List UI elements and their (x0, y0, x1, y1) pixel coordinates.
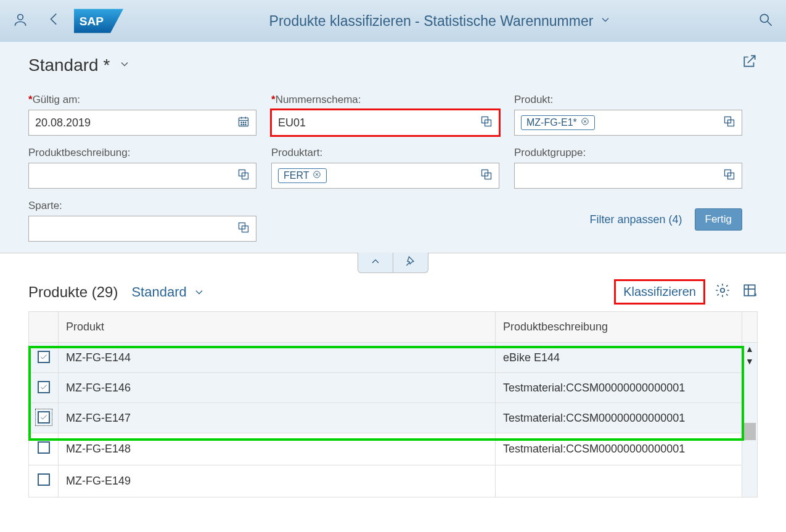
sap-logo: SAP (74, 9, 123, 33)
value-help-icon[interactable] (480, 115, 493, 130)
user-icon[interactable] (12, 12, 35, 30)
content-header: Produkte (29) Standard Klassifizieren (28, 281, 758, 303)
pin-icon[interactable] (393, 253, 428, 272)
table-row[interactable]: MZ-FG-E146Testmaterial:CCSM0000000000000… (29, 373, 758, 403)
svg-point-7 (241, 124, 242, 125)
checkbox[interactable] (38, 411, 50, 424)
share-icon[interactable] (742, 53, 758, 72)
value-help-icon[interactable] (237, 221, 250, 236)
token-remove-icon[interactable] (313, 170, 321, 181)
table-title: Produkte (29) (28, 284, 118, 301)
token-product-type[interactable]: FERT (278, 168, 327, 183)
input-product-field[interactable] (595, 117, 719, 129)
cell-product: MZ-FG-E146 (59, 373, 496, 403)
label-valid-on: *Gültig am: (28, 94, 256, 106)
label-product: Produkt: (514, 94, 742, 106)
svg-point-24 (721, 289, 725, 293)
token-product-text: MZ-FG-E1* (526, 117, 577, 128)
table-row[interactable]: MZ-FG-E148Testmaterial:CCSM0000000000000… (29, 433, 758, 465)
back-button[interactable] (35, 11, 74, 31)
select-all-header[interactable] (29, 312, 59, 343)
export-icon[interactable] (742, 282, 758, 301)
page-title[interactable]: Produkte klassifizieren - Statistische W… (123, 13, 758, 30)
scroll-header (742, 312, 758, 343)
label-numbering-scheme: *Nummernschema: (271, 94, 499, 106)
col-desc[interactable]: Produktbeschreibung (496, 312, 742, 343)
cell-desc: Testmaterial:CCSM00000000000001 (496, 403, 742, 433)
input-product-desc-field[interactable] (35, 170, 234, 182)
settings-icon[interactable] (714, 282, 731, 301)
field-product-type: Produktart: FERT (271, 147, 499, 189)
variant-selector[interactable]: Standard * (28, 55, 758, 75)
input-product-group-field[interactable] (521, 170, 719, 182)
chevron-down-icon (118, 58, 131, 73)
field-division: Sparte: (28, 200, 256, 242)
svg-point-0 (18, 14, 23, 20)
table-row[interactable]: MZ-FG-E149 (29, 465, 758, 497)
row-selector[interactable] (29, 343, 59, 373)
cell-product: MZ-FG-E147 (59, 403, 496, 433)
field-product-desc: Produktbeschreibung: (28, 147, 256, 189)
svg-point-6 (245, 122, 246, 123)
calendar-icon[interactable] (237, 115, 250, 130)
scroll-thumb[interactable] (743, 423, 756, 440)
page-title-text: Produkte klassifizieren - Statistische W… (269, 13, 594, 30)
table-variant-selector[interactable]: Standard (131, 284, 205, 300)
checkbox[interactable] (38, 381, 50, 393)
table-header-row: Produkt Produktbeschreibung (29, 312, 758, 343)
cell-desc: eBike E144 (496, 343, 742, 373)
input-product-desc[interactable] (28, 163, 256, 189)
token-remove-icon[interactable] (581, 117, 589, 128)
filter-actions-wrap: Filter anpassen (4) Fertig (514, 200, 742, 242)
table-row[interactable]: MZ-FG-E144eBike E144▲▼ (29, 343, 758, 373)
input-division[interactable] (28, 216, 256, 242)
row-selector[interactable] (29, 465, 59, 497)
search-icon[interactable] (758, 12, 774, 30)
input-valid-on-field[interactable] (35, 117, 234, 129)
input-valid-on[interactable] (28, 110, 256, 136)
row-selector[interactable] (29, 433, 59, 465)
value-help-icon[interactable] (723, 115, 735, 130)
svg-point-8 (243, 124, 244, 125)
value-help-icon[interactable] (237, 168, 250, 183)
cell-desc: Testmaterial:CCSM00000000000001 (496, 373, 742, 403)
input-product-type-field[interactable] (327, 170, 477, 182)
input-product-group[interactable] (514, 163, 742, 189)
table-scrollbar[interactable]: ▲▼ (742, 343, 758, 497)
shell-header: SAP Produkte klassifizieren - Statistisc… (0, 0, 786, 42)
value-help-icon[interactable] (480, 168, 493, 183)
cell-product: MZ-FG-E144 (59, 343, 496, 373)
checkbox[interactable] (38, 351, 50, 363)
svg-point-9 (245, 124, 246, 125)
cell-desc (496, 465, 742, 497)
content-area: Produkte (29) Standard Klassifizieren Pr… (0, 253, 786, 497)
row-selector[interactable] (29, 373, 59, 403)
checkbox[interactable] (38, 473, 50, 486)
label-product-type: Produktart: (271, 147, 499, 159)
token-product-type-text: FERT (284, 170, 309, 181)
field-product: Produkt: MZ-FG-E1* (514, 94, 742, 136)
go-button[interactable]: Fertig (695, 208, 742, 231)
table-row[interactable]: MZ-FG-E147Testmaterial:CCSM0000000000000… (29, 403, 758, 433)
field-product-group: Produktgruppe: (514, 147, 742, 189)
col-product[interactable]: Produkt (59, 312, 496, 343)
classify-button[interactable]: Klassifizieren (616, 281, 703, 303)
products-table: Produkt Produktbeschreibung MZ-FG-E144eB… (28, 311, 758, 497)
adapt-filters-link[interactable]: Filter anpassen (4) (589, 213, 682, 226)
label-division: Sparte: (28, 200, 256, 212)
scroll-down-icon[interactable]: ▼ (742, 355, 757, 367)
input-numbering-scheme[interactable] (271, 110, 499, 136)
svg-text:SAP: SAP (80, 15, 104, 28)
scroll-up-icon[interactable]: ▲ (742, 343, 757, 355)
input-division-field[interactable] (35, 223, 234, 235)
value-help-icon[interactable] (723, 168, 735, 183)
collapse-icon[interactable] (358, 253, 393, 272)
input-product-type[interactable]: FERT (271, 163, 499, 189)
field-valid-on: *Gültig am: (28, 94, 256, 136)
input-product[interactable]: MZ-FG-E1* (514, 110, 742, 136)
input-numbering-scheme-field[interactable] (278, 117, 477, 129)
token-product[interactable]: MZ-FG-E1* (521, 115, 595, 130)
checkbox[interactable] (38, 441, 50, 454)
row-selector[interactable] (29, 403, 59, 433)
svg-rect-25 (744, 285, 755, 295)
